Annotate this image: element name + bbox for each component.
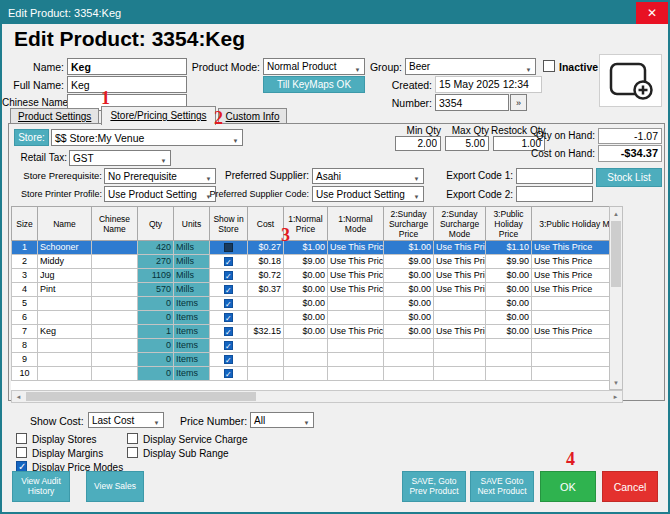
grid-row[interactable]: 4Pint570Mills$0.37$0.00Use This Price$0.… [12,283,610,297]
grid-cell-m2[interactable] [434,311,486,325]
export-code-2-input[interactable] [516,186,593,202]
grid-cell-m1[interactable]: Use This Price [328,325,384,339]
grid-cell-name[interactable]: Middy [38,255,92,269]
grid-cell-m2[interactable] [434,353,486,367]
show-in-store-checkbox[interactable] [224,271,233,280]
till-keymaps-button[interactable]: Till KeyMaps OK [263,76,365,93]
show-in-store-checkbox[interactable] [224,257,233,266]
grid-cell-qty[interactable]: 0 [138,339,174,353]
grid-column-header[interactable]: 3:Public Holiday Mode [532,207,610,241]
grid-cell-m1[interactable] [328,297,384,311]
grid-cell-m1[interactable]: Use This Price [328,283,384,297]
grid-cell-m1[interactable] [328,353,384,367]
grid-cell-m3[interactable] [532,367,610,381]
grid-cell-p2[interactable]: $0.00 [384,297,434,311]
grid-cell-m3[interactable] [532,297,610,311]
scroll-up-icon[interactable] [610,207,622,220]
grid-cell-cost[interactable] [248,339,284,353]
grid-cell-chinese[interactable] [92,367,138,381]
grid-cell-show[interactable] [210,339,248,353]
grid-cell-p3[interactable]: $0.00 [486,269,532,283]
inactive-checkbox[interactable] [543,60,555,72]
grid-cell-m3[interactable] [532,339,610,353]
grid-cell-show[interactable] [210,241,248,255]
preferred-supplier-code-select[interactable]: Use Product Setting [312,186,424,202]
grid-cell-size[interactable]: 1 [12,241,38,255]
grid-cell-show[interactable] [210,269,248,283]
grid-cell-chinese[interactable] [92,297,138,311]
product-image-box[interactable] [599,54,662,107]
scroll-left-icon[interactable] [12,391,25,402]
grid-column-header[interactable]: Units [174,207,210,241]
grid-cell-name[interactable]: Schooner [38,241,92,255]
grid-cell-cost[interactable] [248,367,284,381]
grid-cell-units[interactable]: Mills [174,241,210,255]
grid-cell-p2[interactable]: $1.00 [384,241,434,255]
grid-cell-units[interactable]: Items [174,325,210,339]
grid-cell-m3[interactable]: Use This Price [532,269,610,283]
close-button[interactable]: ✕ [636,2,668,24]
grid-cell-m1[interactable]: Use This Price [328,241,384,255]
grid-cell-units[interactable]: Items [174,311,210,325]
horizontal-scroll-thumb[interactable] [26,392,256,401]
grid-cell-p2[interactable] [384,339,434,353]
grid-cell-p1[interactable]: $0.00 [284,297,328,311]
show-in-store-checkbox[interactable] [224,243,233,252]
vertical-scroll-thumb[interactable] [611,221,621,287]
grid-cell-chinese[interactable] [92,353,138,367]
tab-store-pricing-settings[interactable]: Store/Pricing Settings [101,106,215,125]
view-sales-button[interactable]: View Sales [86,471,144,502]
store-prerequisite-select[interactable]: No Prerequisite [104,168,216,184]
grid-cell-p1[interactable]: $0.00 [284,325,328,339]
grid-cell-m2[interactable]: Use This Price [434,269,486,283]
grid-column-header[interactable]: Qty [138,207,174,241]
grid-cell-p3[interactable]: $1.10 [486,241,532,255]
grid-cell-m3[interactable]: Use This Price [532,255,610,269]
grid-column-header[interactable]: Cost [248,207,284,241]
grid-cell-p3[interactable]: $9.90 [486,255,532,269]
grid-cell-p3[interactable] [486,353,532,367]
grid-cell-qty[interactable]: 0 [138,353,174,367]
grid-cell-m1[interactable]: Use This Price [328,255,384,269]
grid-row[interactable]: 1Schooner420Mills$0.27$1.00Use This Pric… [12,241,610,255]
grid-cell-qty[interactable]: 0 [138,311,174,325]
grid-cell-size[interactable]: 9 [12,353,38,367]
grid-cell-cost[interactable] [248,297,284,311]
min-qty-input[interactable] [395,136,441,151]
grid-cell-m2[interactable] [434,297,486,311]
grid-cell-m3[interactable]: Use This Price [532,283,610,297]
grid-cell-size[interactable]: 7 [12,325,38,339]
grid-column-header[interactable]: Size [12,207,38,241]
grid-cell-chinese[interactable] [92,325,138,339]
grid-cell-size[interactable]: 6 [12,311,38,325]
scroll-right-icon[interactable] [609,391,622,402]
full-name-input[interactable] [67,76,187,93]
grid-cell-p1[interactable] [284,367,328,381]
horizontal-scrollbar[interactable] [11,390,623,403]
grid-cell-size[interactable]: 3 [12,269,38,283]
grid-cell-p2[interactable] [384,353,434,367]
retail-tax-select[interactable]: GST [69,150,171,166]
grid-cell-m2[interactable]: Use This Price [434,283,486,297]
grid-cell-m3[interactable] [532,311,610,325]
grid-cell-name[interactable] [38,367,92,381]
grid-cell-p1[interactable]: $9.00 [284,255,328,269]
grid-cell-chinese[interactable] [92,283,138,297]
display-sub-range-checkbox[interactable] [127,447,138,458]
grid-cell-name[interactable] [38,297,92,311]
grid-cell-m3[interactable]: Use This Price [532,241,610,255]
grid-cell-units[interactable]: Items [174,339,210,353]
grid-row[interactable]: 2Middy270Mills$0.18$9.00Use This Price$9… [12,255,610,269]
grid-cell-units[interactable]: Mills [174,255,210,269]
grid-column-header[interactable]: 1:Normal Mode [328,207,384,241]
grid-cell-units[interactable]: Mills [174,269,210,283]
product-mode-select[interactable]: Normal Product [263,58,365,75]
grid-cell-size[interactable]: 5 [12,297,38,311]
show-in-store-checkbox[interactable] [224,369,233,378]
grid-cell-cost[interactable] [248,311,284,325]
grid-row[interactable]: 3Jug1109Mills$0.72$0.00Use This Price$0.… [12,269,610,283]
grid-cell-qty[interactable]: 1109 [138,269,174,283]
cancel-button[interactable]: Cancel [602,471,658,502]
grid-cell-size[interactable]: 2 [12,255,38,269]
preferred-supplier-select[interactable]: Asahi [312,168,424,184]
